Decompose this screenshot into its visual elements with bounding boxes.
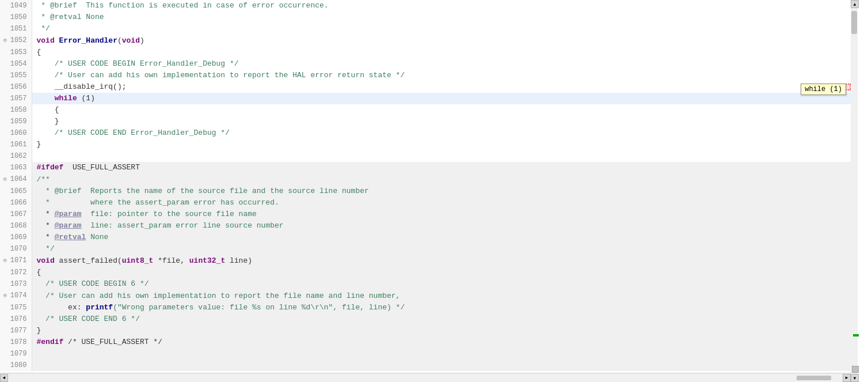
code-table: 1049 * @brief This function is executed … (0, 0, 851, 371)
table-row: 1058 { (0, 104, 851, 116)
token-cm: * where the assert_param error has occur… (37, 198, 279, 207)
line-content[interactable]: * where the assert_param error has occur… (32, 197, 851, 209)
line-number: 1054 (0, 58, 32, 70)
table-row: 1073 /* USER CODE BEGIN 6 */ (0, 278, 851, 290)
line-content[interactable]: */ (32, 23, 851, 35)
table-row: 1065 * @brief Reports the name of the so… (0, 186, 851, 197)
editor-container: 1049 * @brief This function is executed … (0, 0, 868, 382)
line-number: 1051 (0, 23, 32, 35)
fold-indicator[interactable]: ⊖ (3, 293, 10, 299)
token-kw: void (37, 36, 55, 45)
token-jdoc-tag: @param (55, 221, 82, 230)
line-content[interactable]: __disable_irq(); (32, 81, 851, 93)
line-content[interactable]: void assert_failed(uint8_t *file, uint32… (32, 255, 851, 267)
line-content[interactable]: * @retval None (32, 232, 851, 243)
scroll-up-button[interactable]: ▲ (851, 0, 859, 8)
line-number: 1077 (0, 325, 32, 336)
token-cm: /* USER CODE BEGIN Error_Handler_Debug *… (37, 59, 239, 68)
h-scroll-track[interactable] (8, 375, 843, 381)
line-content[interactable]: { (32, 47, 851, 58)
right-panel: ▲ ▼ (851, 0, 868, 382)
line-content[interactable]: /* USER CODE BEGIN 6 */ (32, 278, 851, 290)
line-content[interactable]: #ifdef USE_FULL_ASSERT (32, 162, 851, 173)
line-content[interactable] (32, 348, 851, 360)
table-row: 1072{ (0, 267, 851, 278)
line-number: 1050 (0, 12, 32, 23)
line-number: 1057 (0, 93, 32, 104)
table-row: 1066 * where the assert_param error has … (0, 197, 851, 209)
table-row: 1062 (0, 150, 851, 162)
table-row: 1057 while (1) (0, 93, 851, 104)
line-content[interactable]: { (32, 104, 851, 116)
line-content[interactable]: */ (32, 243, 851, 255)
bottom-scrollbar[interactable]: ◄ ► (0, 373, 851, 382)
line-number: 1070 (0, 243, 32, 255)
token-cm: ("Wrong parameters value: file %s on lin… (113, 303, 405, 312)
line-content[interactable]: /* USER CODE END 6 */ (32, 313, 851, 325)
fold-indicator[interactable]: ⊖ (3, 37, 10, 44)
line-number: 1049 (0, 0, 32, 12)
token-cm: None (86, 233, 108, 241)
line-number: 1059 (0, 116, 32, 127)
line-content[interactable]: } (32, 139, 851, 150)
line-content[interactable]: } (32, 325, 851, 336)
line-number: 1075 (0, 302, 32, 313)
line-number: 1053 (0, 47, 32, 58)
line-content[interactable]: * @param line: assert_param error line s… (32, 220, 851, 232)
line-content[interactable]: * @brief Reports the name of the source … (32, 186, 851, 197)
line-number: ⊖ 1071 (0, 255, 32, 267)
table-row: 1080 (0, 360, 851, 371)
line-number: 1067 (0, 209, 32, 220)
line-number: 1076 (0, 313, 32, 325)
line-content[interactable]: /** (32, 173, 851, 186)
table-row: 1053{ (0, 47, 851, 58)
line-content[interactable]: /* User can add his own implementation t… (32, 70, 851, 81)
line-number: 1072 (0, 267, 32, 278)
table-row: 1078#endif /* USE_FULL_ASSERT */ (0, 336, 851, 348)
line-number: 1078 (0, 336, 32, 348)
token-cm: /* User can add his own implementation t… (37, 292, 401, 300)
table-row: 1070 */ (0, 243, 851, 255)
scroll-down-button[interactable]: ▼ (851, 374, 859, 382)
token-cm: * @retval None (37, 13, 104, 21)
token-fn: printf (86, 303, 113, 312)
scroll-left-button[interactable]: ◄ (0, 374, 8, 382)
line-content[interactable]: * @param file: pointer to the source fil… (32, 209, 851, 220)
line-content[interactable]: * @brief This function is executed in ca… (32, 0, 851, 12)
bracket-indicator (844, 84, 851, 90)
token-cm: */ (37, 244, 55, 253)
table-row: 1061} (0, 139, 851, 150)
corner-button[interactable] (852, 366, 859, 373)
table-row: 1076 /* USER CODE END 6 */ (0, 313, 851, 325)
scroll-right-button[interactable]: ► (843, 374, 851, 382)
line-content[interactable]: ex: printf("Wrong parameters value: file… (32, 302, 851, 313)
line-content[interactable]: /* User can add his own implementation t… (32, 290, 851, 302)
line-number: ⊖ 1064 (0, 173, 32, 186)
line-content[interactable] (32, 360, 851, 371)
table-row: 1077} (0, 325, 851, 336)
ruler-mark-green (853, 334, 859, 336)
line-number: ⊖ 1074 (0, 290, 32, 302)
line-number: 1066 (0, 197, 32, 209)
line-content[interactable]: /* USER CODE END Error_Handler_Debug */ (32, 127, 851, 139)
fold-indicator[interactable]: ⊖ (3, 176, 10, 183)
line-content[interactable] (32, 150, 851, 162)
line-content[interactable]: * @retval None (32, 12, 851, 23)
fold-indicator[interactable]: ⊖ (3, 258, 10, 264)
table-row: 1049 * @brief This function is executed … (0, 0, 851, 12)
line-content[interactable]: while (1) (32, 93, 851, 104)
line-content[interactable]: { (32, 267, 851, 278)
line-content[interactable]: /* USER CODE BEGIN Error_Handler_Debug *… (32, 58, 851, 70)
scrollbar-thumb[interactable] (851, 11, 857, 34)
h-scroll-thumb[interactable] (797, 376, 831, 380)
token-kw: void (37, 256, 55, 265)
token-cm: /* USER CODE END 6 */ (37, 315, 140, 323)
code-area[interactable]: 1049 * @brief This function is executed … (0, 0, 851, 382)
line-content[interactable]: } (32, 116, 851, 127)
scrollbar-track[interactable] (851, 8, 858, 374)
token-kw: while (55, 94, 77, 103)
table-row: 1055 /* User can add his own implementat… (0, 70, 851, 81)
table-row: 1060 /* USER CODE END Error_Handler_Debu… (0, 127, 851, 139)
line-content[interactable]: #endif /* USE_FULL_ASSERT */ (32, 336, 851, 348)
line-content[interactable]: void Error_Handler(void) (32, 35, 851, 47)
